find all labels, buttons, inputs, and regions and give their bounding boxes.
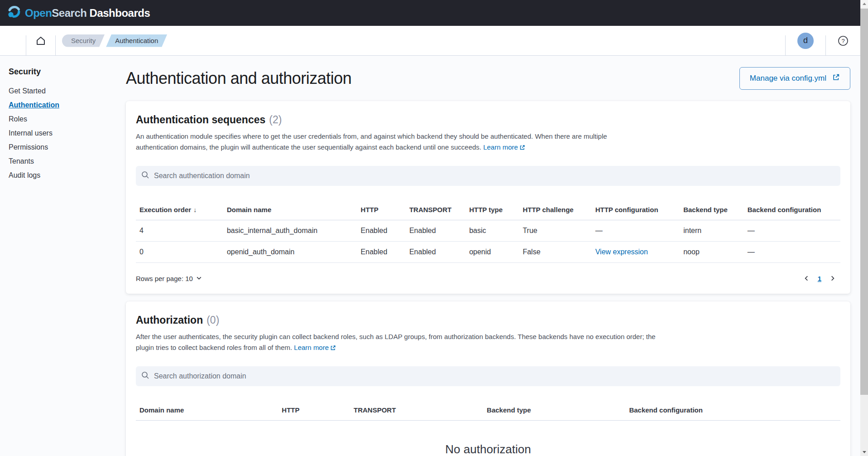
sidebar-item-internal-users[interactable]: Internal users	[9, 126, 121, 140]
column-http-challenge[interactable]: HTTP challenge	[519, 199, 591, 220]
learn-more-link[interactable]: Learn more	[294, 344, 336, 351]
divider	[785, 35, 786, 55]
cell-backend-type: intern	[680, 220, 744, 242]
learn-more-link[interactable]: Learn more	[483, 143, 525, 151]
authorization-title: Authorization	[136, 313, 203, 327]
home-icon[interactable]	[35, 35, 46, 46]
divider	[825, 35, 826, 55]
page-title: Authentication and authorization	[126, 69, 351, 88]
external-link-icon	[519, 143, 525, 154]
app-header: OpenSearch Dashboards	[0, 0, 860, 26]
sort-desc-icon: ↓	[193, 206, 197, 213]
column-execution-order[interactable]: Execution order↓	[136, 199, 223, 220]
cell-backend-type: noop	[680, 242, 744, 263]
auth-sequences-count: (2)	[269, 114, 282, 126]
view-expression-link[interactable]: View expression	[592, 242, 680, 263]
sidebar-title: Security	[9, 67, 121, 77]
table-row: 4 basic_internal_auth_domain Enabled Ena…	[136, 220, 840, 242]
auth-sequences-description: An authentication module specifies where…	[136, 131, 650, 154]
cell-execution-order: 0	[136, 242, 223, 263]
cell-domain-name: basic_internal_auth_domain	[223, 220, 357, 242]
cell-http: Enabled	[357, 242, 406, 263]
column-backend-type[interactable]: Backend type	[680, 199, 744, 220]
column-domain-name[interactable]: Domain name	[223, 199, 357, 220]
rows-per-page-selector[interactable]: Rows per page: 10	[136, 275, 202, 282]
authorization-description: After the user authenticates, the securi…	[136, 331, 666, 354]
sidebar-item-tenants[interactable]: Tenants	[9, 154, 121, 168]
cell-transport: Enabled	[406, 242, 465, 263]
divider	[55, 35, 56, 55]
svg-text:?: ?	[841, 37, 844, 44]
breadcrumb: Security Authentication	[62, 34, 168, 47]
column-http-configuration[interactable]: HTTP configuration	[592, 199, 680, 220]
opensearch-logo[interactable]: OpenSearch Dashboards	[7, 5, 150, 21]
breadcrumb-security[interactable]: Security	[62, 34, 105, 47]
table-header-row: Execution order↓ Domain name HTTP TRANSP…	[136, 199, 840, 220]
column-domain-name[interactable]: Domain name	[136, 400, 278, 421]
search-icon	[141, 371, 149, 381]
column-backend-configuration[interactable]: Backend configuration	[744, 199, 840, 220]
brand-title: OpenSearch Dashboards	[25, 7, 150, 19]
authentication-sequences-panel: Authentication sequences (2) An authenti…	[126, 101, 850, 294]
cell-http-type: openid	[465, 242, 519, 263]
column-backend-configuration[interactable]: Backend configuration	[625, 400, 840, 421]
sidebar-item-get-started[interactable]: Get Started	[9, 84, 121, 98]
auth-search-box	[136, 166, 840, 186]
external-link-icon	[330, 343, 336, 354]
auth-search-input[interactable]	[154, 172, 835, 180]
breadcrumb-authentication[interactable]: Authentication	[106, 34, 167, 47]
divider	[26, 35, 26, 55]
sidebar-item-roles[interactable]: Roles	[9, 112, 121, 126]
column-http[interactable]: HTTP	[278, 400, 350, 421]
cell-execution-order: 4	[136, 220, 223, 242]
authorization-panel: Authorization (0) After the user authent…	[126, 301, 850, 456]
previous-page-icon[interactable]	[803, 275, 810, 281]
cell-http-configuration: —	[592, 220, 680, 242]
scroll-down-icon[interactable]	[860, 448, 868, 456]
authz-search-box	[136, 366, 840, 386]
chevron-down-icon	[196, 275, 202, 282]
scroll-up-icon[interactable]	[860, 0, 868, 8]
cell-http-challenge: False	[519, 242, 591, 263]
table-header-row: Domain name HTTP TRANSPORT Backend type …	[136, 400, 840, 421]
column-http-type[interactable]: HTTP type	[465, 199, 519, 220]
opensearch-logo-icon	[7, 5, 21, 21]
page-number[interactable]: 1	[818, 275, 821, 282]
cell-backend-configuration: —	[744, 242, 840, 263]
external-link-icon	[832, 73, 840, 83]
auth-sequences-title: Authentication sequences	[136, 113, 265, 126]
auth-sequences-table: Execution order↓ Domain name HTTP TRANSP…	[136, 199, 840, 263]
vertical-scrollbar[interactable]	[860, 0, 868, 456]
help-icon[interactable]: ?	[838, 35, 849, 46]
cell-domain-name: openid_auth_domain	[223, 242, 357, 263]
cell-http: Enabled	[357, 220, 406, 242]
user-avatar[interactable]: d	[797, 33, 814, 49]
column-transport[interactable]: TRANSPORT	[350, 400, 483, 421]
column-transport[interactable]: TRANSPORT	[406, 199, 465, 220]
breadcrumb-bar: Security Authentication d ?	[0, 26, 860, 56]
column-http[interactable]: HTTP	[357, 199, 406, 220]
menu-icon[interactable]	[7, 36, 19, 46]
scrollbar-thumb[interactable]	[860, 9, 868, 395]
sidebar-item-permissions[interactable]: Permissions	[9, 140, 121, 154]
next-page-icon[interactable]	[830, 275, 836, 281]
authorization-count: (0)	[206, 314, 219, 326]
sidebar-item-authentication[interactable]: Authentication	[9, 98, 121, 112]
search-icon	[141, 171, 149, 181]
security-sidebar: Security Get Started Authentication Role…	[0, 56, 126, 456]
cell-transport: Enabled	[406, 220, 465, 242]
column-backend-type[interactable]: Backend type	[483, 400, 625, 421]
table-row: 0 openid_auth_domain Enabled Enabled ope…	[136, 242, 840, 263]
cell-http-challenge: True	[519, 220, 591, 242]
manage-config-button[interactable]: Manage via config.yml	[739, 67, 850, 90]
authz-search-input[interactable]	[154, 372, 835, 380]
cell-backend-configuration: —	[744, 220, 840, 242]
empty-table-message: No authorization	[136, 442, 840, 456]
cell-http-type: basic	[465, 220, 519, 242]
authorization-table: Domain name HTTP TRANSPORT Backend type …	[136, 400, 840, 421]
sidebar-item-audit-logs[interactable]: Audit logs	[9, 168, 121, 182]
